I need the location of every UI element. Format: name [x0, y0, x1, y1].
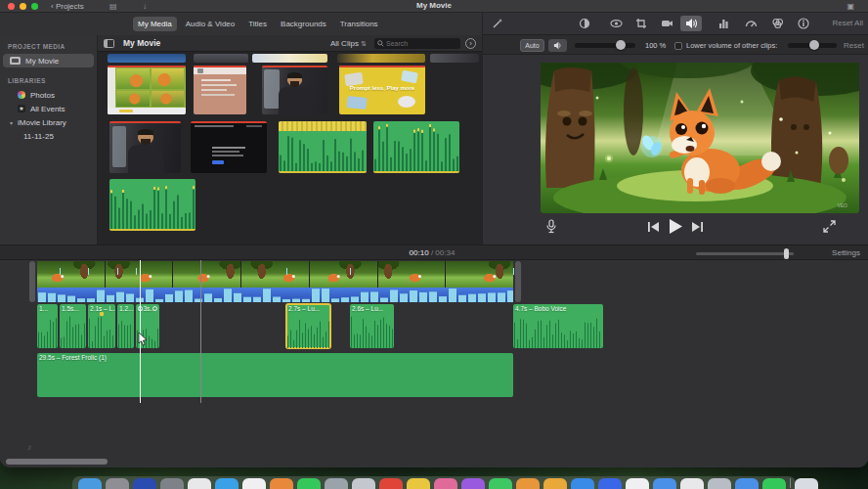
media-thumbnail-audio[interactable] [373, 121, 459, 173]
dock-app-icon[interactable] [352, 478, 375, 489]
media-thumbnail-promo[interactable]: Prompt less, Play more [339, 66, 425, 114]
search-input[interactable] [386, 40, 455, 47]
audio-clip-selected[interactable]: 2.7s – Lu... [286, 304, 330, 348]
fade-handle[interactable] [152, 306, 157, 311]
lower-volume-slider[interactable] [788, 43, 837, 48]
crop-icon[interactable] [630, 16, 652, 31]
dock-app-icon[interactable] [188, 478, 211, 489]
mute-button[interactable] [548, 39, 567, 52]
dock-app-icon[interactable] [325, 478, 348, 489]
dock-app-icon[interactable] [680, 478, 704, 489]
media-thumbnail-document[interactable] [194, 66, 246, 114]
auto-volume-button[interactable]: Auto [520, 39, 544, 52]
lower-volume-slider-knob[interactable] [809, 40, 819, 50]
microphone-icon[interactable] [545, 219, 557, 234]
dock-app-icon[interactable] [106, 478, 129, 489]
dock-app-icon[interactable] [434, 478, 457, 489]
tab-audio-video[interactable]: Audio & Video [181, 17, 240, 31]
audio-clip[interactable]: 1... [37, 304, 58, 348]
dock-app-icon[interactable] [407, 478, 430, 489]
sidebar-item-my-movie[interactable]: My Movie [3, 54, 94, 67]
dock-app-icon[interactable] [160, 478, 184, 489]
media-thumbnail-presenter[interactable] [262, 66, 327, 114]
stabilization-icon[interactable] [656, 16, 677, 31]
preview-viewer[interactable]: VEO [541, 63, 859, 213]
media-thumbnail-screen-recording[interactable] [191, 121, 267, 173]
tab-transitions[interactable]: Transitions [335, 17, 383, 31]
media-thumbnail[interactable] [108, 54, 186, 63]
dock-app-icon[interactable] [78, 478, 102, 489]
background-music-clip[interactable]: 29.5s – Forest Frolic (1) [37, 353, 513, 397]
timeline-settings-button[interactable]: Settings [832, 248, 860, 257]
tab-titles[interactable]: Titles [243, 17, 272, 31]
lower-volume-checkbox[interactable] [674, 42, 682, 50]
clips-filter-dropdown[interactable]: All Clips ⇅ [330, 39, 367, 48]
media-thumbnail-fox-collage[interactable] [108, 66, 186, 114]
color-correction-icon[interactable] [605, 16, 627, 31]
reset-all-button[interactable]: Reset All [832, 19, 863, 27]
dock-app-icon[interactable] [516, 478, 540, 489]
audio-clip[interactable]: 1.2... [117, 304, 134, 348]
play-button[interactable] [669, 219, 682, 234]
timeline-zoom-slider[interactable] [696, 252, 794, 255]
dock-app-icon[interactable] [242, 478, 266, 489]
dock-app-icon[interactable] [598, 478, 622, 489]
equalizer-icon[interactable] [714, 16, 735, 31]
clip-trim-handle[interactable] [515, 261, 521, 302]
sidebar-item-photos[interactable]: Photos [0, 88, 97, 102]
media-thumbnail[interactable] [194, 54, 248, 63]
dock-app-icon[interactable] [489, 478, 512, 489]
next-clip-button[interactable] [692, 222, 703, 232]
volume-tool-icon[interactable] [680, 16, 702, 31]
audio-clip[interactable]: 2.6s – Lu... [350, 304, 394, 348]
enhance-wand-icon[interactable] [487, 16, 508, 31]
dock-trash-icon[interactable] [795, 478, 818, 489]
dock-app-icon[interactable] [543, 478, 567, 489]
reset-button[interactable]: Reset [844, 41, 864, 50]
dock-app-icon[interactable] [461, 478, 485, 489]
speed-gauge-icon[interactable] [740, 16, 761, 31]
video-audio-waveform[interactable] [37, 288, 513, 302]
dock-app-icon[interactable] [708, 478, 731, 489]
color-balance-icon[interactable] [574, 16, 595, 31]
sidebar-item-all-events[interactable]: ★ All Events [0, 102, 97, 115]
media-thumbnail-audio[interactable] [109, 179, 195, 231]
sidebar-item-imovie-library[interactable]: ▾ iMovie Library [0, 115, 97, 129]
clip-info-icon[interactable] [793, 16, 814, 31]
search-field[interactable] [374, 38, 460, 49]
media-thumbnail[interactable] [430, 54, 479, 63]
playhead[interactable] [140, 260, 141, 403]
chevron-down-icon[interactable]: ▾ [10, 119, 13, 126]
fullscreen-icon[interactable] [823, 220, 836, 233]
audio-clip[interactable]: 1.5s... [60, 304, 86, 348]
media-thumbnail-presenter-2[interactable] [109, 121, 181, 173]
volume-slider-knob[interactable] [616, 40, 626, 50]
dock-app-icon[interactable] [626, 478, 649, 489]
extensions-icon[interactable]: ▣ [846, 0, 854, 13]
dock-app-icon[interactable] [133, 478, 156, 489]
tab-backgrounds[interactable]: Backgrounds [276, 17, 331, 31]
dock-app-icon[interactable] [762, 478, 786, 489]
volume-slider[interactable] [575, 43, 635, 48]
effects-filters-icon[interactable] [766, 16, 788, 31]
sidebar-toggle-icon[interactable] [104, 39, 114, 48]
clip-trim-handle[interactable] [29, 261, 35, 302]
dock-app-icon[interactable] [653, 478, 676, 489]
browser-forward-icon[interactable]: › [465, 38, 476, 49]
audio-clip[interactable]: 4.7s – Bobo Voice [513, 304, 603, 348]
media-thumbnail[interactable] [337, 54, 425, 63]
dock-app-icon[interactable] [379, 478, 403, 489]
dock-app-icon[interactable] [571, 478, 594, 489]
media-thumbnail[interactable] [252, 54, 327, 63]
dock-app-icon[interactable] [215, 478, 239, 489]
dock-app-icon[interactable] [270, 478, 293, 489]
media-thumbnail-audio[interactable] [279, 121, 367, 173]
timeline-zoom-knob[interactable] [784, 248, 789, 259]
previous-clip-button[interactable] [648, 222, 659, 232]
dock-app-icon[interactable] [735, 478, 759, 489]
video-track-filmstrip[interactable] [37, 261, 513, 288]
dock-app-icon[interactable] [297, 478, 321, 489]
audio-clip[interactable]: 2.1s – L... [88, 304, 115, 348]
sidebar-item-event-11-11-25[interactable]: 11-11-25 [0, 129, 97, 143]
horizontal-scrollbar-thumb[interactable] [6, 459, 108, 465]
